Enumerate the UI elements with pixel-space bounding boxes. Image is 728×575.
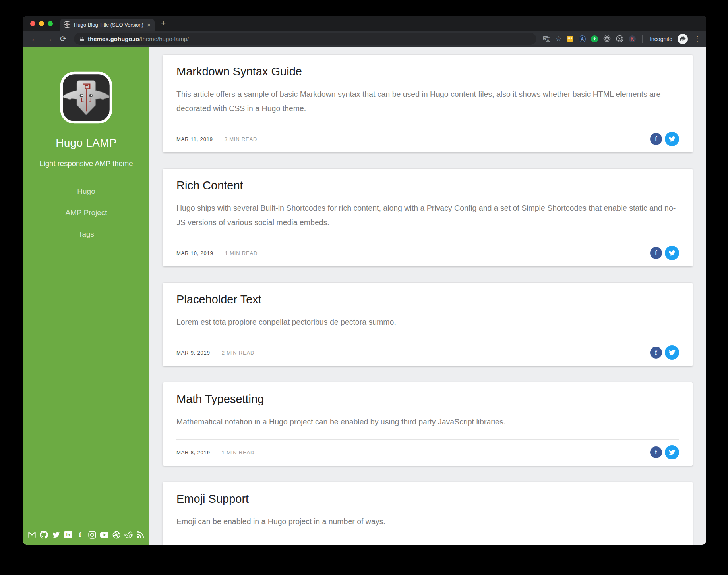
url-host: themes.gohugo.io [88, 35, 139, 42]
share-twitter-button[interactable] [665, 345, 679, 360]
site-subtitle: Light responsive AMP theme [39, 159, 133, 168]
meta-divider [219, 250, 219, 256]
share-twitter-button[interactable] [665, 246, 679, 260]
back-button[interactable]: ← [29, 35, 41, 43]
rss-icon[interactable] [137, 531, 145, 539]
post-card: Emoji Support Emoji can be enabled in a … [163, 482, 693, 545]
share-facebook-button[interactable]: f [650, 247, 662, 259]
extension-target-icon[interactable] [616, 35, 623, 42]
share-twitter-button[interactable] [665, 132, 679, 146]
post-excerpt: Lorem est tota propiore conpellat pector… [176, 315, 679, 329]
new-tab-button[interactable]: + [161, 19, 166, 27]
post-title[interactable]: Rich Content [176, 179, 679, 192]
site-title: Hugo LAMP [56, 137, 117, 149]
share-facebook-button[interactable]: f [650, 347, 662, 359]
post-card: Markdown Syntax Guide This article offer… [163, 55, 693, 152]
post-footer: MAR 9, 2019 2 MIN READ f [176, 340, 679, 366]
post-date: MAR 8, 2019 [176, 450, 210, 455]
address-bar[interactable]: themes.gohugo.io/theme/hugo-lamp/ [74, 33, 536, 45]
incognito-label: Incognito [650, 36, 672, 42]
post-footer: MAR 11, 2019 3 MIN READ f [176, 126, 679, 152]
github-icon[interactable] [40, 531, 48, 539]
incognito-icon [678, 34, 688, 44]
youtube-icon[interactable] [100, 531, 108, 539]
tab-favicon [64, 21, 70, 28]
sidebar: Hugo LAMP Light responsive AMP theme Hug… [23, 47, 149, 545]
email-icon[interactable] [28, 531, 36, 539]
meta-divider [219, 136, 219, 142]
post-list: Markdown Syntax Guide This article offer… [149, 47, 706, 545]
forward-button[interactable]: → [43, 35, 55, 43]
post-card: Rich Content Hugo ships with several Bui… [163, 169, 693, 266]
page-body: Hugo LAMP Light responsive AMP theme Hug… [23, 47, 706, 545]
svg-text:in: in [66, 533, 70, 537]
facebook-icon[interactable]: f [76, 531, 84, 539]
extension-a-icon[interactable]: A [579, 35, 586, 42]
svg-text:A: A [547, 38, 549, 42]
post-read-time: 1 MIN READ [222, 450, 254, 455]
post-excerpt: Mathematical notation in a Hugo project … [176, 415, 679, 429]
window-controls [30, 21, 53, 26]
meta-divider [216, 450, 216, 455]
tab-close-icon[interactable]: × [147, 22, 151, 28]
tab-bar: Hugo Blog Title (SEO Version) × + [23, 16, 706, 31]
browser-tab[interactable]: Hugo Blog Title (SEO Version) × [60, 19, 155, 31]
extension-yellow-icon[interactable]: ••• [567, 36, 573, 42]
post-read-time: 2 MIN READ [222, 350, 254, 356]
tab-title: Hugo Blog Title (SEO Version) [74, 22, 143, 28]
post-date: MAR 10, 2019 [176, 250, 213, 256]
share-facebook-button[interactable]: f [650, 446, 662, 458]
post-card: Math Typesetting Mathematical notation i… [163, 382, 693, 466]
share-twitter-button[interactable] [665, 445, 679, 459]
post-read-time: 1 MIN READ [225, 250, 258, 256]
post-card: Placeholder Text Lorem est tota propiore… [163, 283, 693, 366]
sidebar-item-hugo[interactable]: Hugo [73, 181, 99, 202]
meta-divider [216, 350, 216, 356]
post-excerpt: This article offers a sample of basic Ma… [176, 87, 679, 116]
reload-button[interactable]: ⟳ [57, 34, 69, 43]
extension-atom-icon[interactable] [603, 35, 611, 42]
reddit-icon[interactable] [124, 531, 133, 539]
post-footer: MAR 10, 2019 1 MIN READ f [176, 240, 679, 266]
post-excerpt: Emoji can be enabled in a Hugo project i… [176, 514, 679, 529]
social-links: in f [23, 531, 149, 545]
browser-menu-icon[interactable]: ⋮ [694, 35, 701, 43]
sidebar-item-tags[interactable]: Tags [74, 224, 98, 245]
post-title[interactable]: Placeholder Text [176, 293, 679, 306]
post-date: MAR 9, 2019 [176, 350, 210, 356]
close-window-button[interactable] [30, 21, 35, 26]
post-footer: MAR 8, 2019 1 MIN READ f [176, 439, 679, 466]
post-title[interactable]: Math Typesetting [176, 393, 679, 406]
twitter-icon[interactable] [52, 531, 60, 539]
url-path: /theme/hugo-lamp/ [139, 35, 189, 42]
post-title[interactable]: Markdown Syntax Guide [176, 65, 679, 78]
lock-icon [79, 36, 84, 42]
sidebar-nav: Hugo AMP Project Tags [61, 181, 111, 245]
zoom-window-button[interactable] [48, 21, 53, 26]
site-logo[interactable] [60, 71, 112, 124]
extension-lightning-icon[interactable] [591, 35, 598, 42]
sidebar-item-amp-project[interactable]: AMP Project [61, 202, 111, 224]
browser-window: Hugo Blog Title (SEO Version) × + ← → ⟳ … [23, 16, 706, 545]
dribbble-icon[interactable] [112, 531, 120, 539]
post-read-time: 3 MIN READ [225, 136, 257, 142]
translate-icon[interactable]: 文 A [543, 35, 550, 42]
instagram-icon[interactable] [88, 531, 96, 539]
extension-k-icon[interactable]: K [629, 35, 636, 42]
toolbar-divider [642, 35, 643, 43]
minimize-window-button[interactable] [39, 21, 44, 26]
share-facebook-button[interactable]: f [650, 133, 662, 145]
browser-toolbar: ← → ⟳ themes.gohugo.io/theme/hugo-lamp/ … [23, 31, 706, 47]
post-excerpt: Hugo ships with several Built-in Shortco… [176, 201, 679, 230]
post-title[interactable]: Emoji Support [176, 492, 679, 506]
post-date: MAR 11, 2019 [176, 136, 213, 142]
post-footer: MAR 5, 2019 1 MIN READ f [176, 539, 679, 545]
linkedin-icon[interactable]: in [64, 531, 72, 539]
toolbar-actions: 文 A ☆ ••• A K Incog [543, 34, 701, 44]
bookmark-star-icon[interactable]: ☆ [556, 35, 561, 43]
